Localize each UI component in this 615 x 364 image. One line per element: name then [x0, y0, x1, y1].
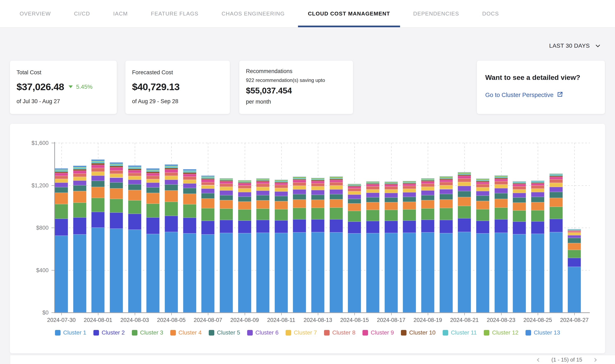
tab-docs[interactable]: DOCS — [482, 0, 499, 27]
bar-segment-cluster-11[interactable] — [549, 174, 563, 176]
bar-segment-cluster-9[interactable] — [458, 176, 471, 178]
bar-segment-cluster-11[interactable] — [73, 168, 86, 169]
bar-segment-cluster-6[interactable] — [165, 180, 178, 185]
bar-segment-cluster-2[interactable] — [165, 216, 178, 232]
bar-segment-cluster-4[interactable] — [165, 190, 178, 202]
bar-segment-cluster-13[interactable] — [568, 229, 581, 229]
bar-segment-cluster-1[interactable] — [549, 232, 563, 312]
bar-segment-cluster-3[interactable] — [220, 209, 233, 220]
bar-segment-cluster-8[interactable] — [311, 183, 324, 186]
bar-segment-cluster-4[interactable] — [201, 198, 214, 208]
bar-segment-cluster-6[interactable] — [73, 181, 86, 185]
bar-segment-cluster-8[interactable] — [73, 174, 86, 177]
bar-segment-cluster-4[interactable] — [110, 188, 123, 199]
bar-segment-cluster-5[interactable] — [330, 194, 343, 200]
bar-segment-cluster-2[interactable] — [293, 219, 306, 232]
bar-segment-cluster-13[interactable] — [366, 181, 379, 182]
bar-segment-cluster-1[interactable] — [421, 232, 434, 312]
bar-segment-cluster-6[interactable] — [476, 191, 489, 196]
bar-segment-cluster-9[interactable] — [513, 184, 526, 186]
bar-segment-cluster-11[interactable] — [421, 180, 434, 180]
bar-segment-cluster-9[interactable] — [385, 184, 398, 187]
bar-segment-cluster-1[interactable] — [165, 232, 178, 312]
bar-segment-cluster-6[interactable] — [385, 193, 398, 197]
bar-segment-cluster-8[interactable] — [458, 179, 471, 182]
bar-segment-cluster-13[interactable] — [494, 175, 508, 176]
bar-segment-cluster-9[interactable] — [91, 165, 105, 168]
bar-segment-cluster-3[interactable] — [476, 209, 489, 221]
bar-segment-cluster-3[interactable] — [73, 203, 86, 218]
bar-segment-cluster-11[interactable] — [55, 170, 68, 172]
time-range-dropdown[interactable]: LAST 30 DAYS — [549, 40, 601, 51]
bar-segment-cluster-10[interactable] — [458, 175, 471, 176]
tab-iacm[interactable]: IACM — [113, 0, 128, 27]
bar-segment-cluster-13[interactable] — [311, 178, 324, 178]
bar-segment-cluster-2[interactable] — [311, 219, 324, 232]
bar-segment-cluster-7[interactable] — [421, 187, 434, 190]
bar-segment-cluster-7[interactable] — [513, 189, 526, 193]
bar-segment-cluster-12[interactable] — [183, 171, 196, 171]
bar-segment-cluster-8[interactable] — [201, 182, 214, 185]
tab-cloud-cost-management[interactable]: CLOUD COST MANAGEMENT — [308, 0, 390, 27]
bar-segment-cluster-7[interactable] — [366, 189, 379, 193]
bar-segment-cluster-11[interactable] — [238, 182, 251, 182]
bar-segment-cluster-2[interactable] — [55, 219, 68, 235]
bar-segment-cluster-8[interactable] — [531, 185, 544, 189]
bar-segment-cluster-8[interactable] — [476, 184, 489, 187]
bar-segment-cluster-1[interactable] — [513, 234, 526, 312]
bar-segment-cluster-2[interactable] — [476, 221, 489, 234]
bar-segment-cluster-7[interactable] — [531, 189, 544, 192]
bar-segment-cluster-3[interactable] — [549, 207, 563, 219]
bar-segment-cluster-5[interactable] — [403, 197, 416, 202]
bar-segment-cluster-8[interactable] — [128, 173, 141, 176]
bar-segment-cluster-5[interactable] — [348, 199, 361, 204]
bar-segment-cluster-9[interactable] — [366, 184, 379, 186]
bar-segment-cluster-13[interactable] — [549, 174, 563, 174]
bar-segment-cluster-10[interactable] — [55, 172, 68, 173]
bar-segment-cluster-6[interactable] — [421, 190, 434, 195]
bar-segment-cluster-13[interactable] — [128, 166, 141, 167]
bar-segment-cluster-3[interactable] — [275, 209, 288, 220]
bar-segment-cluster-5[interactable] — [513, 197, 526, 203]
bar-segment-cluster-11[interactable] — [275, 181, 288, 182]
bar-segment-cluster-2[interactable] — [385, 221, 398, 233]
legend-item-cluster-1[interactable]: Cluster 1 — [55, 329, 86, 336]
bar-segment-cluster-8[interactable] — [494, 181, 508, 184]
bar-segment-cluster-4[interactable] — [513, 203, 526, 211]
bar-segment-cluster-7[interactable] — [256, 187, 269, 191]
bar-segment-cluster-5[interactable] — [476, 196, 489, 201]
bar-segment-cluster-3[interactable] — [568, 250, 581, 258]
bar-segment-cluster-4[interactable] — [55, 193, 68, 204]
bar-segment-cluster-9[interactable] — [440, 180, 453, 182]
bar-segment-cluster-12[interactable] — [275, 180, 288, 181]
bar-segment-cluster-6[interactable] — [110, 178, 123, 183]
bar-segment-cluster-7[interactable] — [568, 233, 581, 235]
bar-segment-cluster-3[interactable] — [256, 209, 269, 220]
bar-segment-cluster-7[interactable] — [238, 188, 251, 192]
bar-segment-cluster-11[interactable] — [183, 171, 196, 172]
bar-segment-cluster-13[interactable] — [238, 180, 251, 181]
bar-segment-cluster-2[interactable] — [183, 218, 196, 233]
tab-feature-flags[interactable]: FEATURE FLAGS — [151, 0, 198, 27]
bar-segment-cluster-11[interactable] — [293, 178, 306, 179]
bar-segment-cluster-8[interactable] — [220, 184, 233, 187]
bar-segment-cluster-5[interactable] — [549, 192, 563, 198]
bar-segment-cluster-10[interactable] — [73, 169, 86, 171]
bar-segment-cluster-9[interactable] — [55, 173, 68, 176]
bar-segment-cluster-5[interactable] — [275, 196, 288, 201]
bar-segment-cluster-11[interactable] — [110, 164, 123, 166]
legend-item-cluster-9[interactable]: Cluster 9 — [363, 329, 394, 336]
bar-segment-cluster-3[interactable] — [403, 209, 416, 220]
bar-segment-cluster-5[interactable] — [494, 193, 508, 199]
bar-segment-cluster-4[interactable] — [91, 187, 105, 198]
bar-segment-cluster-2[interactable] — [256, 220, 269, 233]
bar-segment-cluster-4[interactable] — [73, 191, 86, 203]
bar-segment-cluster-7[interactable] — [494, 184, 508, 188]
bar-segment-cluster-8[interactable] — [165, 172, 178, 176]
bar-segment-cluster-3[interactable] — [348, 211, 361, 221]
bar-segment-cluster-7[interactable] — [440, 185, 453, 189]
bar-segment-cluster-13[interactable] — [385, 182, 398, 182]
bar-segment-cluster-12[interactable] — [55, 170, 68, 170]
legend-item-cluster-8[interactable]: Cluster 8 — [324, 329, 355, 336]
bar-segment-cluster-11[interactable] — [385, 183, 398, 184]
